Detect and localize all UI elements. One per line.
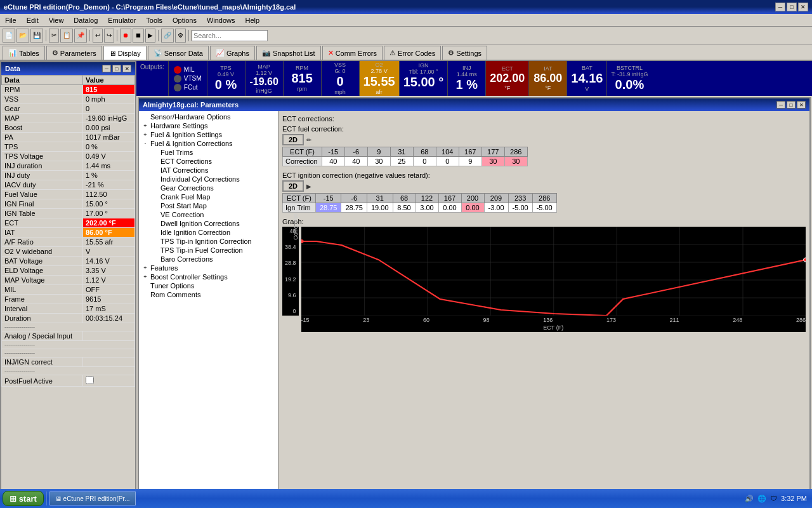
table-row: ----------------	[2, 349, 135, 358]
ect-section-title: ECT corrections:	[282, 115, 806, 123]
toolbar-cut[interactable]: ✂	[49, 29, 59, 43]
taskbar-app-ectune[interactable]: 🖥 eCtune PRI edition(Pr...	[49, 491, 136, 505]
params-restore-btn[interactable]: □	[787, 101, 796, 109]
tab-comm-errors[interactable]: ✕ Comm Errors	[322, 46, 383, 60]
tree-hardware-settings[interactable]: + Hardware Settings	[140, 121, 277, 130]
tree-baro[interactable]: Baro Corrections	[150, 255, 277, 264]
tree-expand-sensor	[141, 113, 149, 121]
tree-ve-correction[interactable]: VE Correction	[150, 210, 277, 219]
tree-sensor-options[interactable]: Sensor/Hardware Options	[140, 112, 277, 121]
tree-dwell-ign[interactable]: Dwell Ignition Corrections	[150, 219, 277, 228]
ign-val-4[interactable]: 8.50	[393, 203, 416, 213]
toolbar-search[interactable]	[192, 30, 268, 41]
menu-tools[interactable]: Tools	[143, 16, 165, 25]
fuel-val-1[interactable]: 40	[322, 157, 344, 166]
ign-play-icon[interactable]: ▶	[306, 183, 311, 190]
ign-2d-btn[interactable]: 2D	[282, 180, 304, 192]
toolbar-play[interactable]: ▶	[145, 29, 155, 43]
data-scroll[interactable]: Data Value RPM815VSS0 mphGear0MAP-19.60 …	[1, 75, 135, 507]
tree-features[interactable]: + Features	[140, 264, 277, 272]
toolbar-new[interactable]: 📄	[3, 29, 15, 43]
ign-val-3[interactable]: 19.00	[367, 203, 393, 213]
tab-sensor-label: Sensor Data	[164, 50, 203, 57]
tab-error-codes[interactable]: ⚠ Error Codes	[384, 46, 441, 60]
params-minimize-btn[interactable]: ─	[776, 101, 785, 109]
tree-rom[interactable]: Rom Comments	[140, 290, 277, 299]
close-btn[interactable]: ✕	[798, 3, 808, 11]
menu-file[interactable]: File	[3, 16, 19, 25]
ign-val-6[interactable]: 0.00	[438, 203, 461, 213]
tree-indiv-cyl[interactable]: Individual Cyl Corrections	[150, 175, 277, 184]
tree-fuel-trims[interactable]: Fuel Trims	[150, 148, 277, 157]
menu-help[interactable]: Help	[243, 16, 263, 25]
table-cell-label: MIL	[2, 285, 83, 295]
tab-sensor-data[interactable]: 📡 Sensor Data	[148, 46, 209, 60]
toolbar-connect[interactable]: 🔗	[161, 29, 174, 43]
table-row: ----------------	[2, 341, 135, 349]
ign-val-8[interactable]: -3.00	[484, 203, 508, 213]
ign-val-10[interactable]: -5.00	[532, 203, 556, 213]
tab-settings[interactable]: ⚙ Settings	[442, 46, 487, 60]
ign-val-5[interactable]: 3.00	[416, 203, 438, 213]
menu-windows[interactable]: Windows	[204, 16, 238, 25]
start-button[interactable]: ⊞ start	[3, 491, 44, 506]
fuel-2d-btn[interactable]: 2D	[282, 134, 304, 145]
toolbar-open[interactable]: 📂	[16, 29, 29, 43]
toolbar-save[interactable]: 💾	[30, 29, 43, 43]
tab-snapshot[interactable]: 📷 Snapshot List	[256, 46, 321, 60]
data-panel-maximize[interactable]: □	[112, 65, 121, 72]
menu-edit[interactable]: Edit	[24, 16, 41, 25]
tree-idle-ign[interactable]: Idle Ignition Correction	[150, 228, 277, 237]
tree-crank-fuel[interactable]: Crank Fuel Map	[150, 192, 277, 201]
tab-tables[interactable]: 📊 Tables	[3, 46, 45, 60]
fuel-val-7[interactable]: 9	[459, 157, 481, 166]
fuel-val-5[interactable]: 0	[413, 157, 436, 166]
tab-graphs[interactable]: 📈 Graphs	[210, 46, 255, 60]
params-close-btn[interactable]: ✕	[797, 101, 806, 109]
tree-gear-label: Gear Corrections	[160, 184, 214, 192]
menu-options[interactable]: Options	[170, 16, 199, 25]
maximize-btn[interactable]: □	[787, 3, 797, 11]
tree-boost[interactable]: + Boost Controller Settings	[140, 272, 277, 281]
table-cell-label: TPS	[2, 142, 83, 152]
tree-iat-corrections[interactable]: IAT Corrections	[150, 166, 277, 175]
minimize-btn[interactable]: ─	[775, 3, 785, 11]
vss-unit: mph	[334, 89, 346, 95]
fuel-val-3[interactable]: 30	[367, 157, 390, 166]
toolbar-disconnect[interactable]: ⚙	[175, 29, 186, 43]
tab-display[interactable]: 🖥 Display	[103, 46, 147, 60]
fuel-val-8[interactable]: 30	[481, 157, 504, 166]
tree-baro-label: Baro Corrections	[160, 255, 213, 263]
tree-tps-ign[interactable]: TPS Tip-in Ignition Correction	[150, 237, 277, 246]
data-panel-close[interactable]: ✕	[122, 65, 131, 72]
toolbar-stop[interactable]: ⏹	[133, 29, 144, 43]
toolbar-undo[interactable]: ↩	[93, 29, 103, 43]
menu-view[interactable]: View	[46, 16, 67, 25]
tree-ect-corrections[interactable]: ECT Corrections	[150, 157, 277, 166]
ign-val-7[interactable]: 0.00	[461, 203, 484, 213]
ign-val-9[interactable]: -5.00	[508, 203, 532, 213]
fuel-val-4[interactable]: 25	[390, 157, 413, 166]
tree-fuel-ign-corrections[interactable]: - Fuel & Ignition Corrections	[140, 139, 277, 148]
toolbar-copy[interactable]: 📋	[60, 29, 73, 43]
fuel-val-2[interactable]: 40	[344, 157, 367, 166]
tab-parameters[interactable]: ⚙ Parameters	[46, 46, 102, 60]
toolbar-paste[interactable]: 📌	[74, 29, 87, 43]
tree-tuner[interactable]: Tuner Options	[140, 281, 277, 290]
fuel-edit-icon[interactable]: ✏	[306, 137, 311, 144]
toolbar-record[interactable]: ⏺	[120, 29, 131, 43]
menu-emulator[interactable]: Emulator	[105, 16, 138, 25]
tree-post-start[interactable]: Post Start Map	[150, 201, 277, 210]
fuel-val-9[interactable]: 30	[504, 157, 527, 166]
table-cell-value: -19.60 inHgG	[82, 114, 134, 123]
tree-gear-corrections[interactable]: Gear Corrections	[150, 184, 277, 192]
menu-datalog[interactable]: Datalog	[71, 16, 100, 25]
fuel-val-6[interactable]: 0	[436, 157, 459, 166]
ign-val-2[interactable]: 28.75	[341, 203, 367, 213]
ign-val-1[interactable]: 28.75	[315, 203, 341, 213]
data-panel-minimize[interactable]: ─	[102, 65, 111, 72]
table-cell-value: OFF	[82, 285, 134, 295]
tree-fuel-ign-settings[interactable]: + Fuel & Ignition Settings	[140, 130, 277, 139]
toolbar-redo[interactable]: ↪	[104, 29, 114, 43]
tree-tps-fuel[interactable]: TPS Tip-in Fuel Correction	[150, 246, 277, 255]
